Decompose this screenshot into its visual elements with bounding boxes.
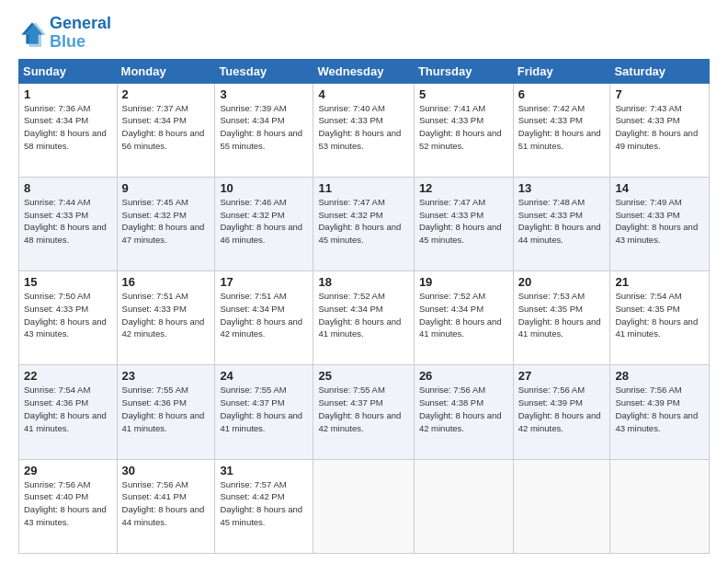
- day-info: Sunrise: 7:51 AM Sunset: 4:34 PM Dayligh…: [220, 290, 308, 340]
- day-cell: [610, 459, 710, 553]
- day-number: 6: [518, 87, 606, 101]
- day-number: 12: [419, 181, 508, 195]
- day-info: Sunrise: 7:55 AM Sunset: 4:37 PM Dayligh…: [318, 384, 408, 434]
- day-cell: 14 Sunrise: 7:49 AM Sunset: 4:33 PM Dayl…: [610, 177, 710, 270]
- day-cell: 6 Sunrise: 7:42 AM Sunset: 4:33 PM Dayli…: [513, 83, 610, 177]
- day-info: Sunrise: 7:42 AM Sunset: 4:33 PM Dayligh…: [518, 102, 606, 153]
- day-cell: 11 Sunrise: 7:47 AM Sunset: 4:32 PM Dayl…: [313, 177, 414, 270]
- col-header-thursday: Thursday: [414, 59, 513, 83]
- day-number: 20: [518, 275, 606, 289]
- day-cell: 9 Sunrise: 7:45 AM Sunset: 4:32 PM Dayli…: [117, 177, 215, 270]
- day-cell: 24 Sunrise: 7:55 AM Sunset: 4:37 PM Dayl…: [215, 365, 313, 459]
- day-cell: 27 Sunrise: 7:56 AM Sunset: 4:39 PM Dayl…: [513, 365, 610, 459]
- day-info: Sunrise: 7:56 AM Sunset: 4:38 PM Dayligh…: [419, 384, 508, 434]
- day-number: 30: [122, 464, 210, 477]
- day-info: Sunrise: 7:36 AM Sunset: 4:34 PM Dayligh…: [24, 102, 112, 153]
- day-info: Sunrise: 7:48 AM Sunset: 4:33 PM Dayligh…: [518, 196, 606, 247]
- day-info: Sunrise: 7:50 AM Sunset: 4:33 PM Dayligh…: [24, 290, 112, 340]
- page: GeneralBlue SundayMondayTuesdayWednesday…: [0, 0, 728, 563]
- logo-name: GeneralBlue: [50, 15, 111, 52]
- day-cell: 10 Sunrise: 7:46 AM Sunset: 4:32 PM Dayl…: [215, 177, 313, 270]
- day-cell: 4 Sunrise: 7:40 AM Sunset: 4:33 PM Dayli…: [313, 83, 414, 177]
- day-cell: 30 Sunrise: 7:56 AM Sunset: 4:41 PM Dayl…: [117, 459, 215, 553]
- day-cell: [414, 459, 513, 553]
- day-info: Sunrise: 7:57 AM Sunset: 4:42 PM Dayligh…: [220, 478, 308, 529]
- day-cell: 17 Sunrise: 7:51 AM Sunset: 4:34 PM Dayl…: [215, 271, 313, 365]
- day-number: 3: [220, 87, 308, 101]
- day-cell: 23 Sunrise: 7:55 AM Sunset: 4:36 PM Dayl…: [117, 365, 215, 459]
- day-cell: 5 Sunrise: 7:41 AM Sunset: 4:33 PM Dayli…: [414, 83, 513, 177]
- col-header-tuesday: Tuesday: [215, 59, 313, 83]
- col-header-sunday: Sunday: [19, 59, 118, 83]
- day-number: 16: [122, 275, 210, 289]
- day-number: 2: [122, 87, 210, 101]
- day-cell: 8 Sunrise: 7:44 AM Sunset: 4:33 PM Dayli…: [19, 177, 118, 270]
- day-info: Sunrise: 7:47 AM Sunset: 4:33 PM Dayligh…: [419, 196, 508, 247]
- day-number: 26: [419, 369, 508, 383]
- day-number: 29: [24, 464, 112, 477]
- day-number: 22: [24, 369, 112, 383]
- day-number: 17: [220, 275, 308, 289]
- day-number: 25: [318, 369, 408, 383]
- day-number: 18: [318, 275, 408, 289]
- day-cell: [513, 459, 610, 553]
- day-info: Sunrise: 7:43 AM Sunset: 4:33 PM Dayligh…: [615, 102, 704, 153]
- day-cell: 13 Sunrise: 7:48 AM Sunset: 4:33 PM Dayl…: [513, 177, 610, 270]
- day-number: 4: [318, 87, 408, 101]
- day-number: 13: [518, 181, 606, 195]
- day-info: Sunrise: 7:56 AM Sunset: 4:40 PM Dayligh…: [24, 478, 112, 529]
- day-info: Sunrise: 7:40 AM Sunset: 4:33 PM Dayligh…: [318, 102, 408, 153]
- day-info: Sunrise: 7:55 AM Sunset: 4:36 PM Dayligh…: [122, 384, 210, 434]
- day-cell: 25 Sunrise: 7:55 AM Sunset: 4:37 PM Dayl…: [313, 365, 414, 459]
- header: GeneralBlue: [18, 15, 710, 52]
- day-cell: 19 Sunrise: 7:52 AM Sunset: 4:34 PM Dayl…: [414, 271, 513, 365]
- day-number: 9: [122, 181, 210, 195]
- col-header-friday: Friday: [513, 59, 610, 83]
- day-number: 1: [24, 87, 112, 101]
- day-info: Sunrise: 7:55 AM Sunset: 4:37 PM Dayligh…: [220, 384, 308, 434]
- col-header-saturday: Saturday: [610, 59, 710, 83]
- day-info: Sunrise: 7:54 AM Sunset: 4:36 PM Dayligh…: [24, 384, 112, 434]
- day-number: 28: [615, 369, 704, 383]
- day-info: Sunrise: 7:56 AM Sunset: 4:39 PM Dayligh…: [615, 384, 704, 434]
- day-cell: 1 Sunrise: 7:36 AM Sunset: 4:34 PM Dayli…: [19, 83, 118, 177]
- col-header-wednesday: Wednesday: [313, 59, 414, 83]
- day-info: Sunrise: 7:52 AM Sunset: 4:34 PM Dayligh…: [318, 290, 408, 340]
- day-number: 10: [220, 181, 308, 195]
- day-info: Sunrise: 7:39 AM Sunset: 4:34 PM Dayligh…: [220, 102, 308, 153]
- day-cell: 20 Sunrise: 7:53 AM Sunset: 4:35 PM Dayl…: [513, 271, 610, 365]
- day-info: Sunrise: 7:51 AM Sunset: 4:33 PM Dayligh…: [122, 290, 210, 340]
- day-number: 27: [518, 369, 606, 383]
- day-info: Sunrise: 7:45 AM Sunset: 4:32 PM Dayligh…: [122, 196, 210, 247]
- day-number: 8: [24, 181, 112, 195]
- week-row-5: 29 Sunrise: 7:56 AM Sunset: 4:40 PM Dayl…: [19, 459, 710, 553]
- day-number: 5: [419, 87, 508, 101]
- day-number: 31: [220, 464, 308, 477]
- day-cell: 18 Sunrise: 7:52 AM Sunset: 4:34 PM Dayl…: [313, 271, 414, 365]
- day-number: 14: [615, 181, 704, 195]
- day-cell: 15 Sunrise: 7:50 AM Sunset: 4:33 PM Dayl…: [19, 271, 118, 365]
- day-info: Sunrise: 7:56 AM Sunset: 4:39 PM Dayligh…: [518, 384, 606, 434]
- calendar-table: SundayMondayTuesdayWednesdayThursdayFrid…: [18, 59, 710, 554]
- day-cell: 12 Sunrise: 7:47 AM Sunset: 4:33 PM Dayl…: [414, 177, 513, 270]
- day-cell: 28 Sunrise: 7:56 AM Sunset: 4:39 PM Dayl…: [610, 365, 710, 459]
- day-cell: 31 Sunrise: 7:57 AM Sunset: 4:42 PM Dayl…: [215, 459, 313, 553]
- logo-icon: [18, 19, 46, 47]
- day-number: 19: [419, 275, 508, 289]
- week-row-4: 22 Sunrise: 7:54 AM Sunset: 4:36 PM Dayl…: [19, 365, 710, 459]
- day-cell: 7 Sunrise: 7:43 AM Sunset: 4:33 PM Dayli…: [610, 83, 710, 177]
- day-number: 21: [615, 275, 704, 289]
- week-row-1: 1 Sunrise: 7:36 AM Sunset: 4:34 PM Dayli…: [19, 83, 710, 177]
- day-cell: 21 Sunrise: 7:54 AM Sunset: 4:35 PM Dayl…: [610, 271, 710, 365]
- day-info: Sunrise: 7:41 AM Sunset: 4:33 PM Dayligh…: [419, 102, 508, 153]
- day-cell: [313, 459, 414, 553]
- day-number: 7: [615, 87, 704, 101]
- day-cell: 26 Sunrise: 7:56 AM Sunset: 4:38 PM Dayl…: [414, 365, 513, 459]
- week-row-3: 15 Sunrise: 7:50 AM Sunset: 4:33 PM Dayl…: [19, 271, 710, 365]
- day-number: 24: [220, 369, 308, 383]
- day-info: Sunrise: 7:54 AM Sunset: 4:35 PM Dayligh…: [615, 290, 704, 340]
- day-info: Sunrise: 7:37 AM Sunset: 4:34 PM Dayligh…: [122, 102, 210, 153]
- logo: GeneralBlue: [18, 15, 111, 52]
- day-info: Sunrise: 7:49 AM Sunset: 4:33 PM Dayligh…: [615, 196, 704, 247]
- day-cell: 3 Sunrise: 7:39 AM Sunset: 4:34 PM Dayli…: [215, 83, 313, 177]
